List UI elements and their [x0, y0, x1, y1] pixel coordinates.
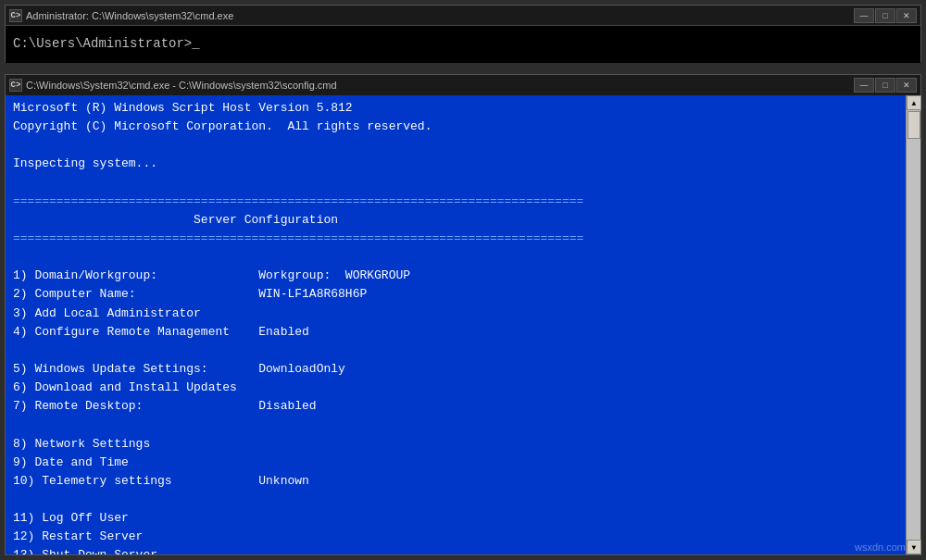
watermark: wsxdn.com — [855, 541, 906, 553]
sconfig-line-13 — [13, 342, 898, 360]
cmd-top-content: C:\Users\Administrator>_ — [6, 26, 920, 63]
sconfig-line-6: Server Configuration — [13, 211, 898, 230]
scrollbar-thumb[interactable] — [907, 111, 920, 139]
titlebar-top-controls: — □ ✕ — [854, 8, 917, 23]
sconfig-line-4 — [13, 174, 898, 193]
sconfig-line-11: 3) Add Local Administrator — [13, 305, 898, 323]
sconfig-line-1: Copyright (C) Microsoft Corporation. All… — [13, 118, 898, 136]
sconfig-line-24: 13) Shut Down Server — [13, 546, 898, 554]
cmd-icon-label: C> — [11, 11, 21, 20]
sconfig-line-9: 1) Domain/Workgroup: Workgroup: WORKGROU… — [13, 267, 898, 285]
minimize-button-main[interactable]: — — [854, 78, 874, 93]
titlebar-main-left: C> C:\Windows\System32\cmd.exe - C:\Wind… — [9, 79, 337, 92]
sconfig-line-20: 10) Telemetry settings Unknown — [13, 472, 898, 491]
sconfig-line-18: 8) Network Settings — [13, 435, 898, 454]
scrollbar-track — [907, 110, 920, 540]
close-button-top[interactable]: ✕ — [896, 8, 917, 23]
maximize-button-main[interactable]: □ — [875, 78, 895, 93]
sconfig-content: Microsoft (R) Windows Script Host Versio… — [6, 95, 906, 554]
scroll-down-arrow[interactable]: ▼ — [907, 540, 921, 554]
sconfig-line-16: 7) Remote Desktop: Disabled — [13, 397, 898, 416]
titlebar-top-title: Administrator: C:\Windows\system32\cmd.e… — [26, 10, 233, 21]
cmd-prompt-top: C:\Users\Administrator>_ — [13, 35, 200, 54]
sconfig-line-12: 4) Configure Remote Management Enabled — [13, 323, 898, 342]
sconfig-line-14: 5) Windows Update Settings: DownloadOnly — [13, 360, 898, 379]
sconfig-line-17 — [13, 416, 898, 434]
cmd-main-window: C> C:\Windows\System32\cmd.exe - C:\Wind… — [5, 74, 921, 555]
sconfig-line-21 — [13, 491, 898, 509]
maximize-button-top[interactable]: □ — [875, 8, 895, 23]
cmd-top-window: C> Administrator: C:\Windows\system32\cm… — [5, 5, 921, 62]
sconfig-line-19: 9) Date and Time — [13, 454, 898, 472]
cmd-icon-main: C> — [9, 79, 22, 92]
scroll-up-arrow[interactable]: ▲ — [907, 95, 921, 110]
titlebar-main: C> C:\Windows\System32\cmd.exe - C:\Wind… — [6, 75, 920, 95]
sconfig-line-15: 6) Download and Install Updates — [13, 379, 898, 397]
titlebar-top: C> Administrator: C:\Windows\system32\cm… — [6, 6, 920, 26]
titlebar-main-controls: — □ ✕ — [854, 78, 917, 93]
titlebar-main-title: C:\Windows\System32\cmd.exe - C:\Windows… — [26, 80, 337, 91]
sconfig-line-7: ========================================… — [13, 230, 898, 248]
sconfig-line-5: ========================================… — [13, 193, 898, 211]
sconfig-line-22: 11) Log Off User — [13, 509, 898, 528]
sconfig-line-23: 12) Restart Server — [13, 528, 898, 546]
sconfig-line-0: Microsoft (R) Windows Script Host Versio… — [13, 99, 898, 118]
close-button-main[interactable]: ✕ — [896, 78, 917, 93]
scrollbar[interactable]: ▲ ▼ — [906, 95, 920, 554]
titlebar-top-left: C> Administrator: C:\Windows\system32\cm… — [9, 9, 233, 22]
minimize-button-top[interactable]: — — [854, 8, 874, 23]
sconfig-line-2 — [13, 136, 898, 155]
sconfig-line-8 — [13, 248, 898, 267]
sconfig-line-3: Inspecting system... — [13, 155, 898, 173]
cmd-icon-top: C> — [9, 9, 22, 22]
sconfig-line-10: 2) Computer Name: WIN-LF1A8R68H6P — [13, 285, 898, 304]
